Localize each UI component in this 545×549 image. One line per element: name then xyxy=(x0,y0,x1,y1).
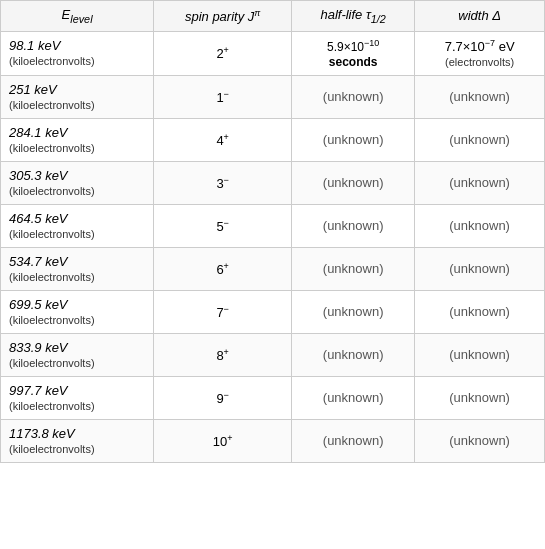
energy-value: 997.7 keV xyxy=(9,383,68,398)
cell-half-life: (unknown) xyxy=(292,247,415,290)
half-life-unknown: (unknown) xyxy=(323,390,384,405)
half-life-unknown: (unknown) xyxy=(323,218,384,233)
cell-energy: 997.7 keV(kiloelectronvolts) xyxy=(1,376,154,419)
cell-spin-parity: 4+ xyxy=(154,118,292,161)
half-life-unknown: (unknown) xyxy=(323,433,384,448)
half-life-unknown: (unknown) xyxy=(323,132,384,147)
width-unknown: (unknown) xyxy=(449,347,510,362)
energy-value: 464.5 keV xyxy=(9,211,68,226)
cell-spin-parity: 10+ xyxy=(154,419,292,462)
cell-spin-parity: 7− xyxy=(154,290,292,333)
header-width: width Δ xyxy=(415,1,545,32)
energy-unit: (kiloelectronvolts) xyxy=(9,55,95,67)
cell-width: (unknown) xyxy=(415,161,545,204)
energy-value: 284.1 keV xyxy=(9,125,68,140)
header-half-life-label: half-life τ1/2 xyxy=(320,7,385,22)
cell-width: 7.7×10−7 eV(electronvolts) xyxy=(415,31,545,75)
cell-half-life: (unknown) xyxy=(292,118,415,161)
cell-energy: 284.1 keV(kiloelectronvolts) xyxy=(1,118,154,161)
cell-energy: 98.1 keV(kiloelectronvolts) xyxy=(1,31,154,75)
half-life-value: 5.9×10−10seconds xyxy=(327,40,379,69)
cell-spin-parity: 3− xyxy=(154,161,292,204)
cell-spin-parity: 5− xyxy=(154,204,292,247)
cell-half-life: (unknown) xyxy=(292,204,415,247)
spin-parity-value: 2+ xyxy=(216,46,229,61)
cell-energy: 464.5 keV(kiloelectronvolts) xyxy=(1,204,154,247)
half-life-unknown: (unknown) xyxy=(323,261,384,276)
header-spin-parity: spin parity Jπ xyxy=(154,1,292,32)
width-unknown: (unknown) xyxy=(449,175,510,190)
cell-spin-parity: 1− xyxy=(154,75,292,118)
energy-levels-table: Elevel spin parity Jπ half-life τ1/2 wid… xyxy=(0,0,545,463)
cell-width: (unknown) xyxy=(415,75,545,118)
half-life-unknown: (unknown) xyxy=(323,304,384,319)
width-unknown: (unknown) xyxy=(449,218,510,233)
spin-parity-value: 8+ xyxy=(216,348,229,363)
cell-half-life: (unknown) xyxy=(292,290,415,333)
spin-parity-value: 7− xyxy=(216,305,229,320)
table-row: 1173.8 keV(kiloelectronvolts)10+(unknown… xyxy=(1,419,545,462)
energy-value: 833.9 keV xyxy=(9,340,68,355)
cell-half-life: (unknown) xyxy=(292,161,415,204)
cell-half-life: (unknown) xyxy=(292,75,415,118)
cell-width: (unknown) xyxy=(415,419,545,462)
cell-half-life: (unknown) xyxy=(292,333,415,376)
cell-energy: 1173.8 keV(kiloelectronvolts) xyxy=(1,419,154,462)
energy-unit: (kiloelectronvolts) xyxy=(9,228,95,240)
spin-parity-value: 9− xyxy=(216,391,229,406)
table-row: 464.5 keV(kiloelectronvolts)5−(unknown)(… xyxy=(1,204,545,247)
energy-unit: (kiloelectronvolts) xyxy=(9,443,95,455)
cell-energy: 699.5 keV(kiloelectronvolts) xyxy=(1,290,154,333)
half-life-unknown: (unknown) xyxy=(323,89,384,104)
width-unit: (electronvolts) xyxy=(445,56,514,68)
table-row: 997.7 keV(kiloelectronvolts)9−(unknown)(… xyxy=(1,376,545,419)
cell-width: (unknown) xyxy=(415,204,545,247)
energy-value: 534.7 keV xyxy=(9,254,68,269)
cell-spin-parity: 9− xyxy=(154,376,292,419)
energy-value: 699.5 keV xyxy=(9,297,68,312)
width-unknown: (unknown) xyxy=(449,261,510,276)
energy-unit: (kiloelectronvolts) xyxy=(9,271,95,283)
energy-unit: (kiloelectronvolts) xyxy=(9,357,95,369)
energy-unit: (kiloelectronvolts) xyxy=(9,185,95,197)
energy-value: 1173.8 keV xyxy=(9,426,75,441)
width-unknown: (unknown) xyxy=(449,132,510,147)
spin-parity-value: 3− xyxy=(216,176,229,191)
table-row: 251 keV(kiloelectronvolts)1−(unknown)(un… xyxy=(1,75,545,118)
energy-unit: (kiloelectronvolts) xyxy=(9,99,95,111)
energy-value: 251 keV xyxy=(9,82,57,97)
width-unknown: (unknown) xyxy=(449,433,510,448)
cell-spin-parity: 6+ xyxy=(154,247,292,290)
half-life-unknown: (unknown) xyxy=(323,347,384,362)
cell-energy: 534.7 keV(kiloelectronvolts) xyxy=(1,247,154,290)
spin-parity-value: 6+ xyxy=(216,262,229,277)
header-width-label: width Δ xyxy=(458,8,501,23)
cell-width: (unknown) xyxy=(415,376,545,419)
width-unknown: (unknown) xyxy=(449,390,510,405)
spin-parity-value: 5− xyxy=(216,219,229,234)
cell-energy: 305.3 keV(kiloelectronvolts) xyxy=(1,161,154,204)
cell-width: (unknown) xyxy=(415,290,545,333)
cell-spin-parity: 8+ xyxy=(154,333,292,376)
header-energy-label: Elevel xyxy=(62,7,93,22)
table-row: 305.3 keV(kiloelectronvolts)3−(unknown)(… xyxy=(1,161,545,204)
half-life-unit: seconds xyxy=(329,55,378,69)
width-unknown: (unknown) xyxy=(449,89,510,104)
half-life-unknown: (unknown) xyxy=(323,175,384,190)
cell-width: (unknown) xyxy=(415,333,545,376)
table-row: 833.9 keV(kiloelectronvolts)8+(unknown)(… xyxy=(1,333,545,376)
cell-half-life: (unknown) xyxy=(292,376,415,419)
table-row: 284.1 keV(kiloelectronvolts)4+(unknown)(… xyxy=(1,118,545,161)
energy-value: 98.1 keV xyxy=(9,38,60,53)
header-spin-parity-label: spin parity Jπ xyxy=(185,9,260,24)
energy-value: 305.3 keV xyxy=(9,168,68,183)
spin-parity-value: 10+ xyxy=(213,434,233,449)
cell-energy: 833.9 keV(kiloelectronvolts) xyxy=(1,333,154,376)
spin-parity-value: 4+ xyxy=(216,133,229,148)
cell-width: (unknown) xyxy=(415,118,545,161)
cell-half-life: 5.9×10−10seconds xyxy=(292,31,415,75)
cell-energy: 251 keV(kiloelectronvolts) xyxy=(1,75,154,118)
energy-unit: (kiloelectronvolts) xyxy=(9,400,95,412)
width-unknown: (unknown) xyxy=(449,304,510,319)
spin-parity-value: 1− xyxy=(216,90,229,105)
